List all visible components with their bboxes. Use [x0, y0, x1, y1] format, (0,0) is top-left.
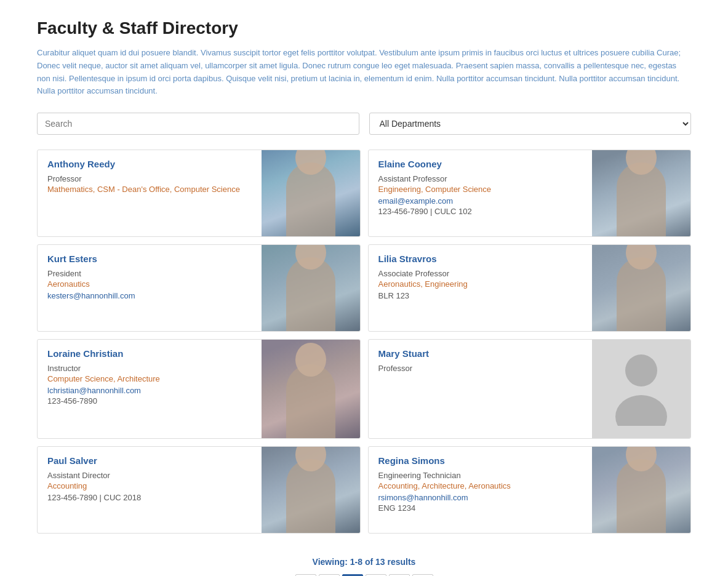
- card-title: Instructor: [47, 364, 252, 373]
- viewing-label: Viewing:: [313, 557, 348, 567]
- card-info: Anthony Reedy Professor Mathematics, CSM…: [38, 150, 262, 236]
- page-title: Faculty & Staff Directory: [37, 18, 691, 38]
- card-title: Engineering Technician: [378, 471, 583, 480]
- card-meta: 123-456-7890: [47, 396, 252, 406]
- staff-card: Anthony Reedy Professor Mathematics, CSM…: [37, 150, 361, 237]
- card-dept: Aeronautics: [47, 279, 252, 289]
- card-name[interactable]: Lilia Stravros: [378, 254, 583, 264]
- card-photo: [592, 150, 690, 236]
- card-name[interactable]: Paul Salver: [47, 455, 252, 466]
- staff-card: Loraine Christian Instructor Computer Sc…: [37, 339, 361, 439]
- card-name[interactable]: Loraine Christian: [47, 348, 252, 359]
- card-dept: Accounting, Architecture, Aeronautics: [378, 481, 583, 490]
- department-select[interactable]: All Departments Accounting Aeronautics A…: [369, 113, 692, 135]
- card-title: Professor: [47, 174, 252, 183]
- directory-grid: Anthony Reedy Professor Mathematics, CSM…: [37, 150, 691, 534]
- card-dept: Accounting: [47, 481, 252, 490]
- card-title: Assistant Professor: [378, 174, 583, 183]
- staff-card: Paul Salver Assistant Director Accountin…: [37, 446, 361, 534]
- staff-card: Regina Simons Engineering Technician Acc…: [368, 446, 692, 534]
- card-name[interactable]: Kurt Esters: [47, 254, 252, 264]
- card-photo: [262, 150, 360, 236]
- card-dept: Engineering, Computer Science: [378, 185, 583, 194]
- staff-card: Elaine Cooney Assistant Professor Engine…: [368, 150, 692, 237]
- card-name[interactable]: Anthony Reedy: [47, 159, 252, 169]
- card-info: Mary Stuart Professor: [369, 340, 593, 438]
- card-info: Elaine Cooney Assistant Professor Engine…: [369, 150, 593, 236]
- card-location: ENG 1234: [378, 503, 583, 513]
- card-title: Associate Professor: [378, 269, 583, 278]
- card-email[interactable]: lchristian@hannonhill.com: [47, 386, 252, 395]
- card-title: President: [47, 269, 252, 278]
- card-dept: Aeronautics, Engineering: [378, 279, 583, 289]
- card-info: Kurt Esters President Aeronautics kester…: [38, 245, 262, 331]
- card-name[interactable]: Elaine Cooney: [378, 159, 583, 169]
- card-photo: [592, 447, 690, 533]
- card-info: Paul Salver Assistant Director Accountin…: [38, 447, 262, 533]
- card-name[interactable]: Regina Simons: [378, 455, 583, 466]
- card-photo: [262, 447, 360, 533]
- card-photo: [262, 245, 360, 331]
- card-info: Regina Simons Engineering Technician Acc…: [369, 447, 593, 533]
- filters-bar: All Departments Accounting Aeronautics A…: [37, 113, 691, 135]
- page-description: Curabitur aliquet quam id dui posuere bl…: [37, 47, 691, 98]
- card-name[interactable]: Mary Stuart: [378, 348, 583, 359]
- viewing-text: Viewing: 1-8 of 13 results: [37, 557, 691, 567]
- staff-card: Mary Stuart Professor: [368, 339, 692, 439]
- card-dept: Computer Science, Architecture: [47, 374, 252, 383]
- search-input[interactable]: [37, 113, 359, 135]
- card-info: Loraine Christian Instructor Computer Sc…: [38, 340, 262, 438]
- staff-card: Lilia Stravros Associate Professor Aeron…: [368, 244, 692, 332]
- staff-card: Kurt Esters President Aeronautics kester…: [37, 244, 361, 332]
- svg-point-0: [625, 354, 657, 386]
- svg-point-1: [615, 395, 667, 426]
- card-email[interactable]: rsimons@hannonhill.com: [378, 493, 583, 502]
- card-meta: 123-456-7890 | CULC 102: [378, 207, 583, 216]
- card-photo: [262, 340, 360, 438]
- card-email[interactable]: email@example.com: [378, 196, 583, 206]
- card-title: Professor: [378, 364, 583, 373]
- viewing-range: 1-8: [350, 557, 362, 567]
- card-photo: [592, 340, 690, 438]
- card-location: BLR 123: [378, 291, 583, 300]
- card-email[interactable]: kesters@hannonhill.com: [47, 291, 252, 300]
- card-meta: 123-456-7890 | CUC 2018: [47, 493, 252, 502]
- pagination-container: Viewing: 1-8 of 13 results <<<12>>>: [37, 551, 691, 576]
- card-dept: Mathematics, CSM - Dean's Office, Comput…: [47, 185, 252, 194]
- card-title: Assistant Director: [47, 471, 252, 480]
- card-info: Lilia Stravros Associate Professor Aeron…: [369, 245, 593, 331]
- card-photo: [592, 245, 690, 331]
- viewing-total: of 13 results: [365, 557, 415, 567]
